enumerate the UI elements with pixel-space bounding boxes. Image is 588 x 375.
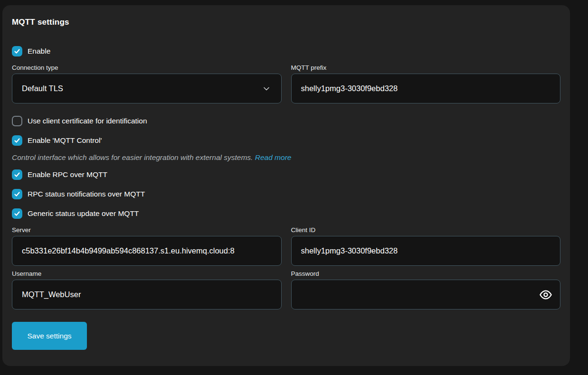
mqtt-control-checkbox-label: Enable 'MQTT Control' — [28, 136, 102, 145]
mqtt-control-hint: Control interface which allows for easie… — [12, 153, 560, 162]
mqtt-prefix-field-group: MQTT prefix — [291, 64, 561, 103]
mqtt-control-checkbox-row[interactable]: Enable 'MQTT Control' — [12, 135, 102, 146]
chevron-down-icon — [262, 84, 271, 93]
rpc-over-mqtt-checkbox[interactable] — [12, 169, 22, 180]
rpc-over-mqtt-checkbox-row[interactable]: Enable RPC over MQTT — [12, 169, 107, 180]
connection-row: Connection type Default TLS MQTT prefix — [12, 64, 560, 103]
eye-icon — [539, 288, 552, 301]
credentials-row: Username Password — [12, 270, 560, 309]
password-label: Password — [291, 270, 561, 278]
password-visibility-toggle[interactable] — [538, 287, 554, 303]
server-field-group: Server — [12, 226, 282, 266]
enable-checkbox-row[interactable]: Enable — [12, 46, 50, 56]
server-label: Server — [12, 226, 282, 234]
username-input[interactable] — [12, 280, 282, 309]
password-input[interactable] — [291, 280, 561, 309]
mqtt-prefix-input[interactable] — [291, 74, 561, 103]
connection-type-select[interactable]: Default TLS — [12, 74, 282, 103]
rpc-over-mqtt-checkbox-label: Enable RPC over MQTT — [28, 170, 107, 179]
page-title: MQTT settings — [12, 18, 560, 27]
mqtt-control-hint-text: Control interface which allows for easie… — [12, 153, 253, 161]
rpc-status-checkbox-row[interactable]: RPC status notifications over MQTT — [12, 189, 145, 199]
checkmark-icon — [14, 210, 20, 217]
enable-checkbox[interactable] — [12, 46, 22, 56]
generic-status-checkbox[interactable] — [12, 208, 22, 219]
connection-type-label: Connection type — [12, 64, 282, 72]
password-input-wrap — [291, 280, 561, 309]
username-field-group: Username — [12, 270, 282, 309]
generic-status-checkbox-label: Generic status update over MQTT — [28, 209, 139, 218]
save-settings-button[interactable]: Save settings — [12, 322, 87, 350]
checkmark-icon — [14, 48, 20, 55]
password-field-group: Password — [291, 270, 561, 309]
read-more-link[interactable]: Read more — [255, 153, 292, 161]
connection-type-field-group: Connection type Default TLS — [12, 64, 282, 103]
mqtt-prefix-label: MQTT prefix — [291, 64, 561, 72]
connection-type-selected-value: Default TLS — [22, 84, 63, 93]
client-certificate-checkbox-label: Use client certificate for identificatio… — [28, 117, 147, 125]
checkmark-icon — [14, 191, 20, 197]
client-id-label: Client ID — [291, 226, 561, 234]
server-row: Server Client ID — [12, 226, 560, 266]
client-id-input[interactable] — [291, 236, 561, 266]
mqtt-settings-panel: MQTT settings Enable Connection type Def… — [2, 5, 570, 366]
checkmark-icon — [14, 137, 20, 144]
mqtt-control-checkbox[interactable] — [12, 135, 22, 146]
rpc-status-checkbox-label: RPC status notifications over MQTT — [28, 190, 145, 198]
username-label: Username — [12, 270, 282, 278]
server-input[interactable] — [12, 236, 282, 266]
client-certificate-checkbox[interactable] — [12, 116, 22, 126]
enable-checkbox-label: Enable — [28, 47, 50, 56]
client-id-field-group: Client ID — [291, 226, 561, 266]
generic-status-checkbox-row[interactable]: Generic status update over MQTT — [12, 208, 139, 219]
rpc-status-checkbox[interactable] — [12, 189, 22, 199]
client-certificate-checkbox-row[interactable]: Use client certificate for identificatio… — [12, 116, 147, 126]
checkmark-icon — [14, 171, 20, 178]
